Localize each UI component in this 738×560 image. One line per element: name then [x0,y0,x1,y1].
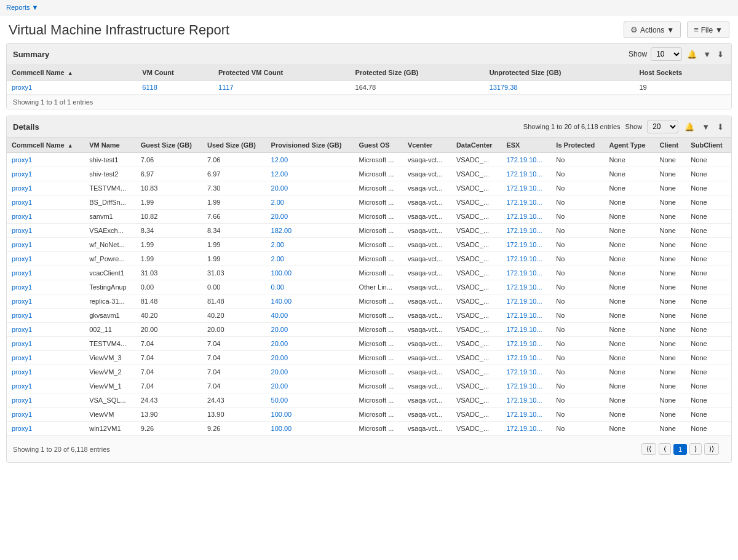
details-cell-esx: 172.19.10... [501,337,551,351]
details-cell-guest-os: Microsoft ... [354,224,403,238]
details-cell-vcenter: vsaqa-vct... [403,422,451,436]
pagination-next[interactable]: ⟩ [689,443,702,455]
details-cell-used-size: 7.04 [202,379,266,393]
details-filter-icon[interactable]: ▼ [700,121,711,133]
details-cell-subclient: None [686,393,731,408]
details-cell-is-protected: No [551,224,604,238]
details-cell-datacenter: VSADC_... [451,323,502,337]
actions-label: Actions [640,26,664,34]
summary-col-commcell: Commcell Name ▲ [7,65,137,81]
details-cell-subclient: None [686,238,731,252]
details-cell-agent-type: None [605,224,655,238]
details-cell-vcenter: vsaqa-vct... [403,224,451,238]
details-cell-client: None [655,408,686,422]
details-cell-vcenter: vsaqa-vct... [403,181,451,195]
details-cell-esx: 172.19.10... [501,408,551,422]
details-cell-vcenter: vsaqa-vct... [403,153,451,167]
details-cell-guest-os: Microsoft ... [354,238,403,252]
details-cell-esx: 172.19.10... [501,365,551,379]
details-cell-client: None [655,365,686,379]
details-cell-subclient: None [686,181,731,195]
details-footer-showing: Showing 1 to 20 of 6,118 entries [13,446,110,453]
details-table-row: proxy1 ViewVM 13.90 13.90 100.00 Microso… [7,408,731,422]
details-cell-client: None [655,195,686,210]
details-cell-commcell: proxy1 [7,224,84,238]
details-cell-used-size: 40.20 [202,309,266,323]
details-cell-datacenter: VSADC_... [451,210,502,224]
details-download-icon[interactable]: ⬇ [716,121,725,133]
breadcrumb-reports-link[interactable]: Reports [6,4,30,11]
details-cell-guest-size: 7.06 [136,153,202,167]
details-cell-used-size: 1.99 [202,252,266,266]
breadcrumb-arrow: ▼ [32,4,39,11]
details-cell-guest-os: Microsoft ... [354,337,403,351]
summary-show-select[interactable]: 10 20 50 100 [651,47,682,61]
details-cell-commcell: proxy1 [7,167,84,181]
details-cell-guest-size: 81.48 [136,294,202,309]
pagination-prev[interactable]: ⟨ [659,443,671,455]
details-cell-vcenter: vsaqa-vct... [403,195,451,210]
details-col-esx: ESX [501,138,551,153]
pagination-first[interactable]: ⟨⟨ [641,443,656,455]
pagination-page-1[interactable]: 1 [673,444,687,455]
summary-download-icon[interactable]: ⬇ [716,49,725,60]
details-cell-agent-type: None [605,195,655,210]
details-table-row: proxy1 VSAExch... 8.34 8.34 182.00 Micro… [7,224,731,238]
actions-button[interactable]: ⚙ Actions ▼ [624,22,681,38]
details-cell-guest-size: 1.99 [136,238,202,252]
details-cell-used-size: 7.04 [202,365,266,379]
details-bell-icon[interactable]: 🔔 [683,121,696,133]
details-table-row: proxy1 shiv-test1 7.06 7.06 12.00 Micros… [7,153,731,167]
details-cell-esx: 172.19.10... [501,224,551,238]
details-cell-vmname: ViewVM [84,408,136,422]
details-cell-subclient: None [686,266,731,280]
details-table-row: proxy1 win12VM1 9.26 9.26 100.00 Microso… [7,422,731,436]
details-cell-used-size: 9.26 [202,422,266,436]
details-cell-guest-size: 0.00 [136,280,202,294]
details-cell-esx: 172.19.10... [501,210,551,224]
details-section: Details Showing 1 to 20 of 6,118 entries… [6,116,732,463]
details-cell-is-protected: No [551,351,604,365]
details-cell-guest-os: Microsoft ... [354,153,403,167]
file-icon: ≡ [694,25,699,34]
details-cell-guest-os: Microsoft ... [354,422,403,436]
details-cell-provisioned-size: 20.00 [266,210,354,224]
details-cell-provisioned-size: 12.00 [266,167,354,181]
details-cell-vcenter: vsaqa-vct... [403,309,451,323]
details-cell-subclient: None [686,365,731,379]
summary-section: Summary Show 10 20 50 100 🔔 ▼ ⬇ Commcell… [6,43,732,109]
details-table-row: proxy1 TestingAnup 0.00 0.00 0.00 Other … [7,280,731,294]
file-button[interactable]: ≡ File ▼ [687,22,729,38]
summary-bell-icon[interactable]: 🔔 [686,49,698,60]
details-cell-provisioned-size: 20.00 [266,365,354,379]
details-cell-guest-os: Microsoft ... [354,252,403,266]
details-show-select[interactable]: 10 20 50 100 [647,120,678,133]
details-cell-client: None [655,210,686,224]
details-cell-used-size: 20.00 [202,323,266,337]
details-cell-esx: 172.19.10... [501,181,551,195]
breadcrumb: Reports ▼ [0,0,738,15]
details-cell-agent-type: None [605,181,655,195]
summary-header: Summary Show 10 20 50 100 🔔 ▼ ⬇ [7,44,731,65]
details-cell-vmname: shiv-test1 [84,153,136,167]
details-cell-provisioned-size: 0.00 [266,280,354,294]
details-cell-subclient: None [686,167,731,181]
summary-filter-icon[interactable]: ▼ [702,49,712,60]
details-cell-datacenter: VSADC_... [451,280,502,294]
details-cell-datacenter: VSADC_... [451,167,502,181]
summary-footer: Showing 1 to 1 of 1 entries [7,95,731,109]
details-cell-subclient: None [686,210,731,224]
details-table-row: proxy1 ViewVM_2 7.04 7.04 20.00 Microsof… [7,365,731,379]
details-cell-guest-os: Other Lin... [354,280,403,294]
details-cell-provisioned-size: 20.00 [266,323,354,337]
details-cell-vmname: VSAExch... [84,224,136,238]
details-cell-provisioned-size: 140.00 [266,294,354,309]
details-title: Details [13,122,39,132]
details-cell-agent-type: None [605,408,655,422]
file-label: File [701,26,713,34]
details-cell-client: None [655,379,686,393]
details-cell-guest-size: 24.43 [136,393,202,408]
pagination-last[interactable]: ⟩⟩ [704,443,719,455]
details-cell-is-protected: No [551,167,604,181]
summary-controls: Show 10 20 50 100 🔔 ▼ ⬇ [629,47,725,61]
